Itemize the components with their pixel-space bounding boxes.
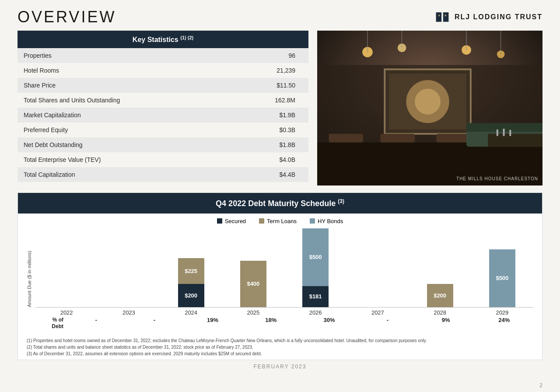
bar-stack: $225$200 <box>178 258 204 307</box>
logo-text: RLJ LODGING TRUST <box>455 13 542 21</box>
bar-group: $200 <box>409 229 471 307</box>
pct-row: % of Debt --19%18%30%-9%24% <box>27 317 533 330</box>
svg-rect-3 <box>444 15 446 17</box>
pct-values: --19%18%30%-9%24% <box>67 317 533 330</box>
svg-rect-26 <box>503 129 505 136</box>
footnotes: (1) Properties and hotel rooms owned as … <box>18 335 542 360</box>
x-axis-label: 2026 <box>284 309 346 316</box>
svg-rect-2 <box>438 15 440 17</box>
chart-area: SecuredTerm LoansHY Bonds Amount Due ($ … <box>18 214 542 335</box>
pct-cell: 9% <box>417 317 475 330</box>
table-row: Preferred Equity$0.3B <box>18 122 308 137</box>
pct-cell: - <box>125 317 183 330</box>
logo-icon <box>434 9 450 25</box>
hotel-image-placeholder: THE MILLS HOUSE CHARLESTON <box>317 31 542 186</box>
stat-value: $4.0B <box>231 152 308 167</box>
bar-chart: $225$200$400$500$181$200$500 20222023202… <box>35 229 533 316</box>
table-row: Market Capitalization$1.9B <box>18 108 308 122</box>
pct-label-line2: Debt <box>52 323 63 330</box>
table-row: Total Shares and Units Outstanding162.8M <box>18 93 308 108</box>
x-axis-label: 2024 <box>160 309 222 316</box>
footer: FEBRUARY 2023 <box>0 360 560 373</box>
svg-rect-1 <box>443 12 449 22</box>
top-section: Key Statistics (1) (2) Properties96Hotel… <box>18 31 542 186</box>
stat-label: Net Debt Outstanding <box>18 137 231 152</box>
footnote: (2) Total shares and units and balance s… <box>27 344 533 350</box>
pct-cell: 18% <box>242 317 300 330</box>
x-axis-label: 2029 <box>471 309 533 316</box>
x-axis-label: 2023 <box>98 309 160 316</box>
stat-value: $1.9B <box>231 108 308 122</box>
secured-bar: $181 <box>302 286 329 307</box>
bar-stack: $400 <box>240 261 266 307</box>
x-axis-label: 2028 <box>409 309 471 316</box>
stat-label: Hotel Rooms <box>18 63 231 78</box>
stat-value: 96 <box>231 48 308 63</box>
legend-item: Term Loans <box>259 218 297 224</box>
pct-label: % of Debt <box>47 317 67 330</box>
legend-color-box <box>259 218 264 224</box>
legend-color-box <box>217 218 222 224</box>
hy-bonds-bar: $500 <box>489 249 515 307</box>
legend-item: HY Bonds <box>310 218 343 224</box>
logo-area: RLJ LODGING TRUST <box>434 9 542 25</box>
bars-row: $225$200$400$500$181$200$500 <box>35 229 533 308</box>
hotel-image: THE MILLS HOUSE CHARLESTON <box>317 31 542 186</box>
stat-label: Share Price <box>18 78 231 93</box>
key-statistics-container: Key Statistics (1) (2) Properties96Hotel… <box>18 31 308 186</box>
stat-label: Preferred Equity <box>18 122 231 137</box>
table-row: Hotel Rooms21,239 <box>18 63 308 78</box>
debt-section: Q4 2022 Debt Maturity Schedule (3) Secur… <box>18 192 542 360</box>
legend-label: Term Loans <box>267 218 297 224</box>
footnote: (3) As of December 31, 2022, assumes all… <box>27 350 533 357</box>
table-row: Properties96 <box>18 48 308 63</box>
page-number: 2 <box>539 382 542 388</box>
svg-rect-19 <box>329 134 364 143</box>
stat-value: $4.4B <box>231 167 308 182</box>
stat-value: $1.8B <box>231 137 308 152</box>
svg-rect-25 <box>497 130 498 136</box>
legend-color-box <box>310 218 315 224</box>
table-row: Share Price$11.50 <box>18 78 308 93</box>
chart-legend: SecuredTerm LoansHY Bonds <box>27 218 533 224</box>
key-statistics-header: Key Statistics (1) (2) <box>18 31 308 48</box>
bar-group: $225$200 <box>160 229 222 307</box>
debt-superscript: (3) <box>338 198 344 204</box>
bar-group <box>346 229 409 307</box>
hy-bonds-bar: $500 <box>302 228 329 286</box>
x-axis-label: 2027 <box>346 309 409 316</box>
svg-rect-0 <box>436 12 441 22</box>
footnote: (1) Properties and hotel rooms owned as … <box>27 337 533 344</box>
svg-rect-24 <box>488 134 542 147</box>
bar-stack: $500$181 <box>302 228 329 307</box>
pct-cell: 30% <box>300 317 358 330</box>
key-statistics-superscript: (1) (2) <box>180 35 193 40</box>
debt-header: Q4 2022 Debt Maturity Schedule (3) <box>18 193 542 214</box>
key-statistics-title: Key Statistics <box>133 36 178 43</box>
x-axis-label: 2022 <box>35 309 98 316</box>
x-labels: 20222023202420252026202720282029 <box>35 309 533 316</box>
legend-label: Secured <box>225 218 246 224</box>
bar-stack: $500 <box>489 249 515 307</box>
svg-point-9 <box>415 89 441 115</box>
table-row: Total Capitalization$4.4B <box>18 167 308 182</box>
stat-label: Total Capitalization <box>18 167 231 182</box>
stat-label: Market Capitalization <box>18 108 231 122</box>
debt-title: Q4 2022 Debt Maturity Schedule <box>216 199 336 208</box>
table-row: Total Enterprise Value (TEV)$4.0B <box>18 152 308 167</box>
bar-group <box>98 229 160 307</box>
bar-group: $500 <box>471 229 533 307</box>
stat-value: $11.50 <box>231 78 308 93</box>
stat-label: Total Shares and Units Outstanding <box>18 93 231 108</box>
pct-cell: 24% <box>475 317 533 330</box>
svg-rect-21 <box>436 134 471 143</box>
stats-table: Properties96Hotel Rooms21,239Share Price… <box>18 48 308 182</box>
footer-date: FEBRUARY 2023 <box>254 364 307 370</box>
y-axis-label: Amount Due ($ in millions) <box>27 237 32 307</box>
bar-group <box>35 229 98 307</box>
x-axis-label: 2025 <box>222 309 284 316</box>
main-content: Key Statistics (1) (2) Properties96Hotel… <box>0 31 560 360</box>
stat-value: 162.8M <box>231 93 308 108</box>
bar-group: $400 <box>222 229 284 307</box>
term-loans-bar: $225 <box>178 258 204 284</box>
